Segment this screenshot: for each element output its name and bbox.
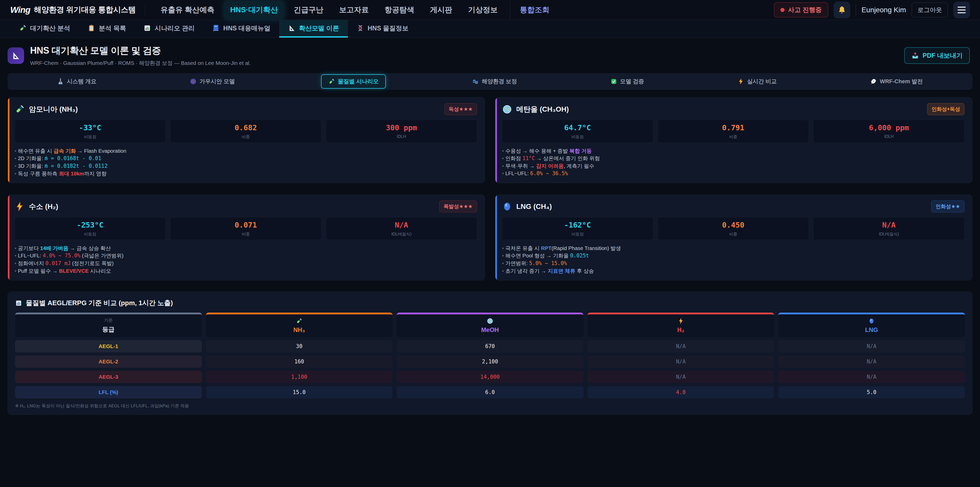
table-cell: N/A — [778, 356, 965, 368]
nav-item-4[interactable]: 보고자료 — [333, 1, 375, 19]
nav-item-6[interactable]: 게시판 — [424, 1, 458, 19]
stat-boxes: -33°C비등점0.682비중300 ppmIDLH — [14, 120, 477, 143]
subtab-2[interactable]: 분석 목록 — [79, 20, 135, 38]
book-icon — [212, 24, 220, 32]
alembic-icon — [57, 78, 64, 85]
app-logo[interactable]: Wing 해양환경 위기대응 통합시스템 — [10, 5, 136, 15]
row-label: AEGL-3 — [15, 371, 202, 383]
subtab-3[interactable]: 시나리오 관리 — [135, 20, 204, 38]
main-nav: 유출유 확산예측HNS·대기확산긴급구난보고자료항공탐색게시판기상정보통합조회 — [154, 1, 555, 19]
subtab-6[interactable]: HNS 물질정보 — [348, 20, 417, 38]
stat-value: -253°C — [16, 220, 164, 229]
nav-item-3[interactable]: 긴급구난 — [288, 1, 329, 19]
subtab-1[interactable]: 대기확산 분석 — [10, 20, 79, 38]
subtab-label: 분석 목록 — [99, 24, 126, 32]
menu-button[interactable] — [953, 2, 970, 18]
row-label: AEGL-1 — [15, 340, 202, 353]
substance-name: 암모니아 (NH₃) — [29, 104, 440, 114]
subtab-label: 대기확산 분석 — [30, 24, 70, 32]
table-cell: 5.0 — [778, 386, 965, 398]
card-bullets: 수용성 → 해수 용해 + 증발 복합 거동인화점 11°C → 상온에서 증기… — [502, 147, 964, 177]
column-header-NH₃[interactable]: NH₃ — [206, 313, 393, 337]
stat-label: 비중 — [172, 232, 320, 237]
bell-icon — [838, 6, 846, 14]
section-tab-4[interactable]: 해양환경 보정 — [465, 74, 524, 89]
section-tab-7[interactable]: WRF-Chem 발전 — [863, 74, 930, 89]
column-label: 등급 — [102, 325, 115, 334]
page-header: HNS 대기확산 모델 이론 및 검증 WRF-Chem · Gaussian … — [0, 38, 980, 72]
column-header-MeOH[interactable]: MeOH — [396, 313, 584, 337]
incident-status-badge: 사고 진행중 — [774, 2, 828, 18]
lightning-icon — [14, 201, 25, 212]
stat-box: 0.791비중 — [658, 120, 809, 143]
logout-button[interactable]: 로그아웃 — [912, 3, 948, 18]
substance-name: 메탄올 (CH₃OH) — [516, 104, 923, 114]
table-cell: N/A — [587, 340, 774, 353]
nav-item-5[interactable]: 항공탐색 — [379, 1, 420, 19]
triangle-ruler-icon — [8, 48, 24, 64]
pdf-export-button[interactable]: PDF 내보내기 — [904, 47, 970, 64]
table-cell: 4.0 — [587, 386, 774, 398]
section-tab-3[interactable]: 물질별 시나리오 — [321, 74, 386, 89]
table-cell: 6.0 — [396, 386, 584, 398]
table-cell: N/A — [587, 371, 774, 383]
module-tab-bar: 대기확산 분석분석 목록시나리오 관리HNS 대응매뉴얼확산모델 이론HNS 물… — [0, 20, 980, 38]
status-dot-icon — [780, 8, 784, 12]
section-tab-2[interactable]: 가우시안 모델 — [183, 74, 242, 89]
stat-box: 6,000 ppmIDLH — [813, 120, 964, 143]
rocket-icon — [870, 78, 877, 85]
column-header-등급[interactable]: 기준등급 — [15, 313, 202, 337]
bar-chart-icon — [143, 24, 151, 32]
page-title: HNS 대기확산 모델 이론 및 검증 — [30, 45, 251, 57]
stat-label: IDLH(질식) — [815, 232, 963, 237]
sphere-icon — [868, 318, 875, 324]
subtab-5[interactable]: 확산모델 이론 — [279, 20, 348, 38]
divider — [145, 5, 145, 15]
stat-value: -33°C — [16, 123, 164, 132]
subtab-label: HNS 물질정보 — [368, 24, 409, 32]
table-cell: 1,100 — [206, 371, 393, 383]
section-tab-bar: 시스템 개요가우시안 모델물질별 시나리오해양환경 보정모델 검증실시간 비교W… — [8, 73, 972, 89]
bullet-item: 수용성 → 해수 용해 + 증발 복합 거동 — [502, 147, 964, 155]
check-icon — [611, 78, 617, 85]
nav-item-8[interactable]: 통합조회 — [510, 1, 555, 19]
card-header: 수소 (H₂)폭발성★★★ — [14, 200, 477, 212]
lightning-icon — [738, 78, 744, 85]
stat-value: 64.7°C — [504, 123, 651, 132]
bullet-item: 3D 기화율: ṁ = 0.0182t - 0.0112 — [14, 162, 477, 170]
stat-box: -253°C비등점 — [14, 217, 165, 240]
bar-chart-icon — [15, 300, 22, 307]
table-cell: 670 — [396, 340, 584, 353]
table-cell: 160 — [206, 356, 393, 368]
bullet-item: 무색·무취 → 감지 어려움, 계측기 필수 — [502, 162, 964, 169]
app-title: 해양환경 위기대응 통합시스템 — [34, 5, 136, 15]
subtab-label: 시나리오 관리 — [155, 24, 195, 32]
bullet-item: 해수면 유출 시 급속 기화 → Flash Evaporation — [14, 147, 477, 155]
stat-label: IDLH(질식) — [328, 232, 475, 237]
substance-card-1: 암모니아 (NH₃)독성★★★-33°C비등점0.682비중300 ppmIDL… — [8, 97, 485, 183]
divider — [856, 4, 856, 16]
section-tab-5[interactable]: 모델 검증 — [603, 74, 651, 89]
nav-item-7[interactable]: 기상정보 — [462, 1, 504, 19]
column-header-LNG[interactable]: LNG — [778, 313, 965, 337]
substance-card-4: LNG (CH₄)인화성★★-162°C비등점0.450비중N/AIDLH(질식… — [495, 195, 972, 280]
notifications-button[interactable] — [834, 2, 850, 18]
column-sub-label: 기준 — [104, 318, 113, 323]
column-header-H₂[interactable]: H₂ — [587, 313, 774, 337]
hazard-badge: 인화성+독성 — [927, 103, 964, 115]
stat-value: 0.450 — [659, 220, 807, 229]
section-tab-1[interactable]: 시스템 개요 — [50, 74, 103, 89]
aegl-comparison-section: 물질별 AEGL/ERPG 기준 비교 (ppm, 1시간 노출) 기준등급NH… — [8, 292, 972, 415]
hazard-badge: 인화성★★ — [931, 200, 964, 212]
stat-box: 0.071비중 — [170, 217, 321, 240]
substance-card-2: 메탄올 (CH₃OH)인화성+독성64.7°C비등점0.791비중6,000 p… — [495, 97, 972, 183]
clipboard-icon — [88, 24, 95, 32]
bullet-item: 가연범위: 5.0% ~ 15.0% — [502, 259, 964, 267]
substance-name: LNG (CH₄) — [516, 203, 927, 211]
nav-item-2[interactable]: HNS·대기확산 — [224, 1, 284, 19]
subtab-4[interactable]: HNS 대응매뉴얼 — [204, 20, 279, 38]
subtab-label: 확산모델 이론 — [299, 24, 339, 32]
section-tab-6[interactable]: 실시간 비교 — [730, 74, 784, 89]
stat-label: 비등점 — [504, 134, 651, 140]
nav-item-1[interactable]: 유출유 확산예측 — [154, 1, 221, 19]
